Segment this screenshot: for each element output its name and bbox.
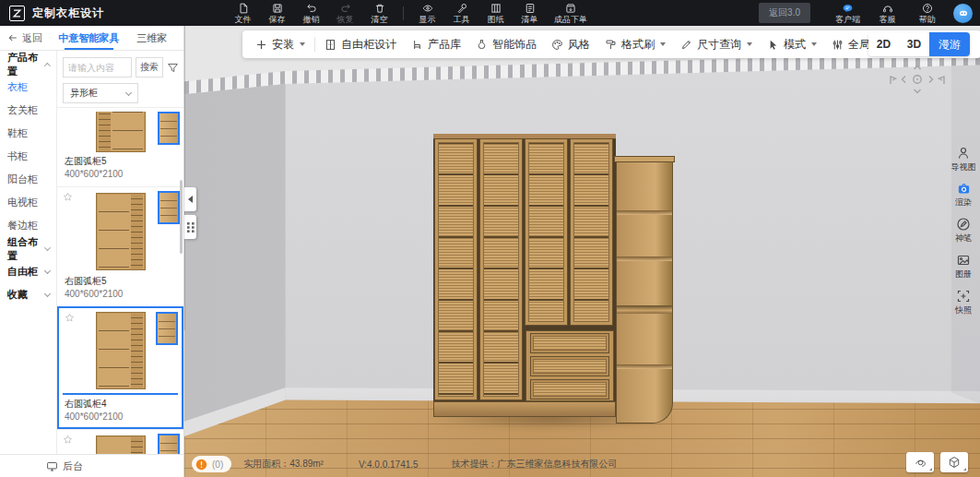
drawer[interactable] [531,357,608,376]
nav-section-product-layout[interactable]: 产品布置 [0,53,56,76]
product-card-selected[interactable]: 右圆弧柜4 400*600*2100 [57,306,183,429]
list-menu-button[interactable]: 清单 [513,0,547,26]
louver-door[interactable] [525,139,567,325]
nav-section-free-cabinet[interactable]: 自由柜 [0,260,56,283]
favorite-star-icon[interactable] [63,192,73,202]
nav-item-bookcase[interactable]: 书柜 [0,145,56,168]
render-button[interactable]: 渲染 [955,182,972,209]
product-card[interactable] [57,429,183,454]
shelf [617,305,672,314]
nav-item-entry-cabinet[interactable]: 玄关柜 [0,99,56,122]
corner-shelf-unit[interactable] [616,156,673,423]
warning-icon [195,459,207,471]
format-painter-button[interactable]: 格式刷 [597,30,673,58]
cube-view-button[interactable] [940,452,968,472]
nav-item-shoe-cabinet[interactable]: 鞋柜 [0,122,56,145]
backend-button[interactable]: 后台 [0,454,183,477]
louver-door[interactable] [480,139,522,399]
product-cards: 左圆弧柜5 400*600*2100 右圆弧柜5 400*600*2100 [57,107,183,454]
redo-icon [340,3,351,14]
style-button[interactable]: 风格 [544,30,597,58]
list-scrollbar[interactable] [180,180,183,254]
product-thumbnail [63,112,178,152]
warning-counter[interactable]: (0) [192,456,231,472]
clear-button[interactable]: 清空 [362,0,396,26]
product-card[interactable]: 右圆弧柜5 400*600*2100 [57,186,183,306]
wardrobe-plinth [433,401,616,417]
mode-2d-button[interactable]: 2D [868,32,899,56]
vase-icon [476,39,488,51]
display-menu-button[interactable]: 显示 [410,0,444,26]
product-size: 400*600*2100 [65,411,176,423]
save-button[interactable]: 保存 [260,0,294,26]
viewport-3d[interactable]: 安装 自由柜设计 产品库 智能饰品 风格 格式刷 [184,26,980,477]
chevron-down-icon [44,291,51,297]
orbit-view-button[interactable] [906,452,934,472]
wall-corner-line [184,26,185,330]
install-button[interactable]: 安装 [248,30,313,58]
product-thumbnail [63,434,178,454]
order-button[interactable]: 成品下单 [547,0,595,26]
user-avatar[interactable] [953,4,973,23]
favorite-star-icon[interactable] [65,313,75,323]
save-icon [272,3,283,14]
roam-mode-button[interactable]: 漫游 [929,32,970,56]
search-button[interactable]: 搜索 [136,57,163,78]
louver-door[interactable] [435,139,477,399]
drawer[interactable] [531,334,608,352]
left-panel: 返回 中意智能家具 三维家 产品布置 衣柜 玄关柜 鞋柜 书柜 阳台柜 电视柜 … [0,26,184,477]
snapshot-button[interactable]: 快照 [955,289,972,316]
product-size: 400*600*2100 [65,168,176,181]
redo-button[interactable]: 恢复 [328,0,362,26]
product-name: 右圆弧柜4 [65,398,176,411]
smart-decor-button[interactable]: 智能饰品 [468,30,544,58]
help-button[interactable]: 帮助 [910,0,944,26]
magic-pen-button[interactable]: 神笔 [955,217,972,244]
collapse-panel-button[interactable] [184,187,196,211]
nav-item-wardrobe[interactable]: 衣柜 [0,76,56,99]
top-menubar: 定制衣柜设计 文件 保存 撤销 恢复 清空 [0,0,980,26]
product-thumbnail [63,191,178,272]
undo-button[interactable]: 撤销 [294,0,328,26]
blueprint-icon [490,3,502,14]
cabinet-thumb-image [96,112,146,152]
snapshot-frame-icon [956,289,971,304]
product-library-button[interactable]: 产品库 [404,30,468,58]
client-button[interactable]: 客户端 [831,0,865,26]
guide-view-button[interactable]: 导视图 [951,146,976,173]
file-menu-button[interactable]: 文件 [226,0,260,26]
drawer-stack [525,330,614,401]
search-input[interactable] [63,57,132,78]
nav-item-balcony-cabinet[interactable]: 阳台柜 [0,168,56,191]
louver-door[interactable] [571,139,612,325]
nav-item-sideboard[interactable]: 餐边柜 [0,214,56,237]
panel-grid-handle[interactable] [184,215,196,239]
cabinet-icon [325,39,337,51]
nav-item-tv-cabinet[interactable]: 电视柜 [0,191,56,214]
dimension-query-button[interactable]: 尺寸查询 [673,30,760,58]
tab-sanweijia[interactable]: 三维家 [121,26,184,50]
filter-funnel-icon[interactable] [167,62,179,74]
nav-section-favorites[interactable]: 收藏 [0,283,56,306]
eye-icon [422,3,433,14]
cube-icon [948,456,961,469]
back-button[interactable]: 返回 [0,31,57,45]
free-cabinet-design-button[interactable]: 自由柜设计 [317,30,404,58]
mode-3d-button[interactable]: 3D [899,32,929,56]
tab-zhongyi-furniture[interactable]: 中意智能家具 [57,26,121,50]
favorite-star-icon[interactable] [63,435,73,445]
mode-button[interactable]: 模式 [760,30,824,58]
tools-menu-button[interactable]: 工具 [444,0,478,26]
product-card[interactable]: 左圆弧柜5 400*600*2100 [57,107,183,186]
wardrobe-3d-model[interactable] [433,134,673,424]
app-logo-icon [9,6,25,21]
drawings-menu-button[interactable]: 图纸 [478,0,513,26]
nav-section-combo-layout[interactable]: 组合布置 [0,237,56,260]
back-to-v3-button[interactable]: 返回3.0 [759,3,810,23]
album-button[interactable]: 图册 [955,253,972,280]
drawer[interactable] [531,380,608,399]
customer-service-button[interactable]: 客服 [870,0,904,26]
camera-compass-control[interactable] [877,63,958,100]
category-select[interactable]: 异形柜 [63,83,138,103]
product-name: 右圆弧柜5 [65,275,176,288]
